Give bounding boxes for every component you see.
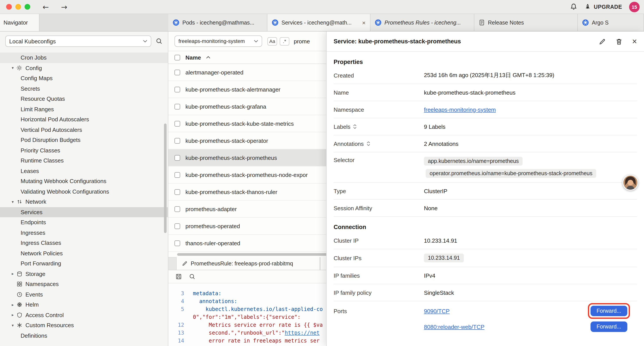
property-label: IP family policy	[334, 289, 424, 296]
expand-collapse-icon[interactable]	[366, 141, 370, 146]
maximize-window-button[interactable]	[24, 4, 30, 10]
search-icon[interactable]	[156, 38, 163, 45]
name-column-header[interactable]: Name	[186, 54, 201, 61]
sidebar-item-mutating-webhook-configurations[interactable]: Mutating Webhook Configurations	[0, 176, 168, 186]
sort-asc-icon[interactable]	[206, 56, 211, 59]
url-link[interactable]: https://net	[285, 330, 320, 336]
sidebar-item-endpoints[interactable]: Endpoints	[0, 217, 168, 228]
editor-tab-prometheusrule[interactable]: PrometheusRule: freeleaps-prod-rabbitmq	[176, 257, 320, 270]
save-icon[interactable]	[175, 273, 182, 280]
sidebar-item-config[interactable]: ▾ Config	[0, 63, 168, 73]
namespace-select[interactable]: freeleaps-monitoring-system	[174, 35, 262, 47]
row-checkbox[interactable]	[174, 86, 180, 92]
sidebar-item-config-maps[interactable]: Config Maps	[0, 73, 168, 83]
chevron-down-icon[interactable]: ▾	[10, 200, 16, 204]
chevron-right-icon[interactable]: ▸	[10, 272, 16, 276]
sidebar-item-limit-ranges[interactable]: Limit Ranges	[0, 104, 168, 114]
chevron-down-icon[interactable]: ▾	[10, 66, 16, 70]
sidebar-item-ingresses[interactable]: Ingresses	[0, 228, 168, 238]
close-drawer-icon[interactable]: ×	[632, 37, 637, 45]
sidebar-item-cron-jobs[interactable]: Cron Jobs	[0, 52, 168, 63]
forward-button-8080[interactable]: Forward...	[590, 322, 627, 332]
sidebar-item-vertical-pod-autoscalers[interactable]: Vertical Pod Autoscalers	[0, 125, 168, 135]
row-checkbox[interactable]	[174, 189, 180, 195]
kubernetes-icon	[272, 19, 278, 26]
property-label[interactable]: Labels	[334, 123, 424, 130]
forward-arrow-icon[interactable]: →	[61, 2, 68, 11]
sidebar-item-resource-quotas[interactable]: Resource Quotas	[0, 94, 168, 104]
match-case-toggle[interactable]: Aa	[268, 37, 277, 45]
cluster-ip-value: 10.233.14.91	[424, 237, 637, 244]
close-window-button[interactable]	[6, 4, 12, 10]
cylinder-icon	[16, 271, 23, 277]
forward-button-9090[interactable]: Forward...	[590, 306, 627, 316]
sidebar-item-definitions[interactable]: Definitions	[0, 331, 168, 341]
sidebar-item-storage[interactable]: ▸ Storage	[0, 269, 168, 279]
tab-release-notes[interactable]: Release Notes	[474, 14, 578, 31]
select-all-checkbox[interactable]	[174, 54, 180, 60]
port-link-8080[interactable]: 8080:reloader-web/TCP	[424, 324, 484, 330]
property-label: Type	[334, 188, 424, 194]
property-label: Cluster IPs	[334, 255, 424, 261]
sidebar-item-secrets[interactable]: Secrets	[0, 83, 168, 94]
row-checkbox[interactable]	[174, 104, 180, 109]
sidebar-item-custom-resources[interactable]: ▾ Custom Resources	[0, 320, 168, 331]
sidebar-item-horizontal-pod-autoscalers[interactable]: Horizontal Pod Autoscalers	[0, 114, 168, 125]
edit-pencil-icon[interactable]	[599, 38, 606, 45]
avatar[interactable]	[622, 175, 638, 191]
sidebar-item-events[interactable]: Events	[0, 289, 168, 300]
row-checkbox[interactable]	[174, 223, 180, 229]
back-arrow-icon[interactable]: ←	[42, 2, 49, 11]
chevron-down-icon[interactable]: ▾	[10, 323, 16, 328]
row-checkbox[interactable]	[174, 240, 180, 246]
close-tab-icon[interactable]: ×	[360, 19, 366, 26]
tab-pods[interactable]: Pods - icecheng@mathmas...	[168, 14, 268, 31]
sidebar-item-runtime-classes[interactable]: Runtime Classes	[0, 155, 168, 166]
row-checkbox[interactable]	[174, 69, 180, 75]
sidebar-scrollbar[interactable]	[164, 123, 166, 233]
clock-icon	[16, 292, 23, 297]
tab-argo[interactable]: Argo S	[578, 14, 644, 31]
row-checkbox[interactable]	[174, 206, 180, 212]
sidebar-item-services[interactable]: Services	[0, 207, 168, 217]
property-row-session-affinity: Session Affinity None	[334, 200, 637, 217]
tab-prometheus-rules[interactable]: Prometheus Rules - icecheng...	[370, 14, 474, 31]
expand-collapse-icon[interactable]	[353, 124, 357, 129]
sidebar-item-validating-webhook-configurations[interactable]: Validating Webhook Configurations	[0, 186, 168, 197]
search-query-text[interactable]: prome	[294, 38, 310, 44]
sidebar-item-helm[interactable]: ▸ Helm	[0, 300, 168, 310]
trash-icon[interactable]	[616, 38, 622, 45]
sidebar-item-ingress-classes[interactable]: Ingress Classes	[0, 238, 168, 248]
namespace-link[interactable]: freeleaps-monitoring-system	[424, 106, 496, 113]
sidebar-item-access-control[interactable]: ▸ Access Control	[0, 310, 168, 320]
bell-icon[interactable]	[570, 3, 578, 10]
search-icon[interactable]	[189, 273, 196, 280]
minimize-window-button[interactable]	[15, 4, 21, 10]
chevron-right-icon[interactable]: ▸	[10, 313, 16, 317]
sidebar-item-namespaces[interactable]: Namespaces	[0, 279, 168, 289]
tab-services[interactable]: Services - icecheng@math... ×	[268, 14, 370, 31]
kubeconfig-select[interactable]: Local Kubeconfigs	[5, 35, 151, 47]
sidebar-item-network[interactable]: ▾ Network	[0, 197, 168, 207]
regex-toggle[interactable]: .*	[280, 37, 289, 45]
property-label: Namespace	[334, 106, 424, 113]
chevron-right-icon[interactable]: ▸	[10, 303, 16, 307]
navigator-sidebar: Local Kubeconfigs Cron Jobs ▾ Config Con…	[0, 31, 168, 346]
filter-search-input[interactable]: Aa .* prome	[268, 37, 310, 45]
sidebar-item-network-policies[interactable]: Network Policies	[0, 248, 168, 258]
row-checkbox[interactable]	[174, 138, 180, 143]
sidebar-item-priority-classes[interactable]: Priority Classes	[0, 145, 168, 155]
row-checkbox[interactable]	[174, 155, 180, 161]
row-checkbox[interactable]	[174, 172, 180, 178]
port-link-9090[interactable]: 9090/TCP	[424, 308, 450, 314]
sidebar-item-port-forwarding[interactable]: Port Forwarding	[0, 258, 168, 269]
navigator-header[interactable]: Navigator	[0, 14, 40, 31]
notification-badge[interactable]: 15	[629, 1, 640, 12]
selector-pill: operator.prometheus.io/name=kube-prometh…	[426, 169, 596, 178]
row-checkbox[interactable]	[174, 121, 180, 126]
tab-label: Pods - icecheng@mathmas...	[182, 19, 254, 26]
sidebar-item-leases[interactable]: Leases	[0, 166, 168, 176]
property-label[interactable]: Annotations	[334, 140, 424, 147]
sidebar-item-pod-disruption-budgets[interactable]: Pod Disruption Budgets	[0, 135, 168, 145]
upgrade-button[interactable]: UPGRADE	[584, 3, 622, 10]
